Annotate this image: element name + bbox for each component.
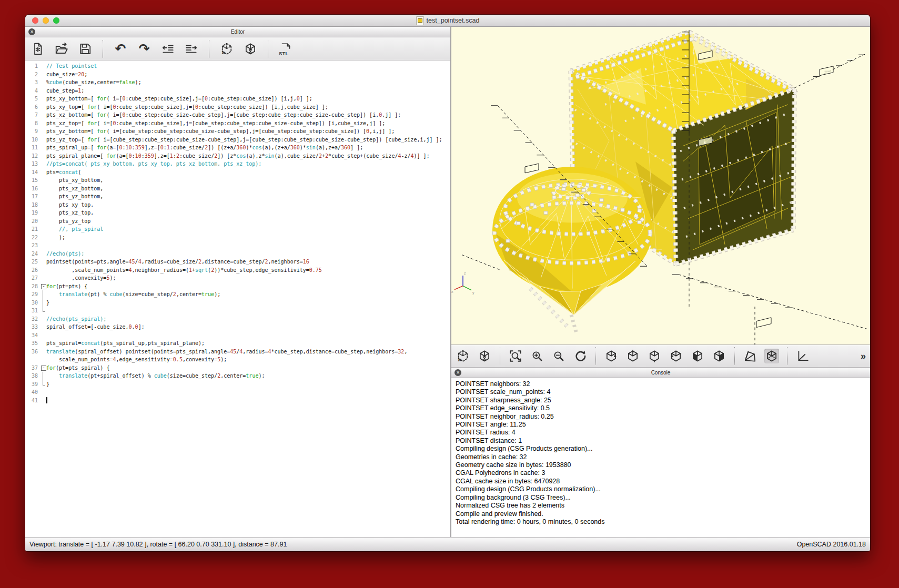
- text-cursor: [46, 397, 47, 403]
- code-line: scale_num_points=4,edge_sensitivity=0.5,…: [25, 356, 450, 364]
- zoom-window-button[interactable]: [53, 17, 59, 24]
- redo-icon: ↷: [139, 42, 150, 55]
- toolbar-overflow-chevron[interactable]: »: [861, 351, 866, 362]
- view-bottom-button[interactable]: [647, 349, 662, 363]
- zoom-all-button[interactable]: [508, 349, 523, 363]
- document-icon: [416, 16, 424, 25]
- console-line: CGAL Polyhedrons in cache: 3: [456, 469, 870, 477]
- zoom-all-icon: [509, 349, 522, 363]
- code-line: 33spiral_offset=[-cube_size,0,0];: [25, 323, 450, 331]
- close-window-button[interactable]: [32, 17, 38, 24]
- viewport-status-text: Viewport: translate = [ -1.17 7.39 10.82…: [29, 541, 287, 548]
- code-line: 23: [25, 241, 450, 250]
- view-right-icon: [604, 349, 618, 363]
- minimize-window-button[interactable]: [43, 17, 49, 24]
- version-text: OpenSCAD 2016.01.18: [797, 541, 866, 548]
- save-button[interactable]: [78, 42, 93, 56]
- console-line: POINTSET edge_sensitivity: 0.5: [456, 404, 870, 412]
- code-line: 31: [25, 307, 450, 315]
- traffic-lights: [32, 17, 59, 24]
- view-right-button[interactable]: [604, 349, 619, 363]
- code-line: 15 pts_xy_bottom,: [25, 176, 450, 185]
- preview-button[interactable]: [219, 42, 234, 56]
- console-line: Total rendering time: 0 hours, 0 minutes…: [456, 518, 870, 526]
- new-file-button[interactable]: [31, 42, 45, 56]
- code-line: 10pts_yz_top=[ for( i=[cube_step:cube_st…: [25, 136, 450, 144]
- code-line: 37-for(pt=pts_spiral) {: [25, 364, 450, 372]
- export-stl-button[interactable]: STL: [278, 42, 293, 56]
- view-back-button[interactable]: [712, 349, 726, 363]
- console-line: Geometries in cache: 32: [456, 453, 870, 461]
- zoom-in-button[interactable]: [530, 349, 544, 363]
- code-line: 27 ,convexity=5);: [25, 274, 450, 282]
- toolbar-separator: [595, 347, 596, 365]
- show-axes-icon: [796, 349, 810, 363]
- code-line: 8pts_xz_top=[ for( i=[0:cube_step:cube_s…: [25, 119, 450, 128]
- code-line: 28-for(pt=pts) {: [25, 282, 450, 291]
- code-line: 24//echo(pts);: [25, 250, 450, 258]
- window-title-group: test_pointset.scad: [416, 16, 480, 25]
- openscad-window: test_pointset.scad ✕ Editor ↶ ↷: [25, 15, 870, 551]
- view-left-icon: [669, 349, 683, 363]
- console-line: Normalized CSG tree has 2 elements: [456, 502, 870, 510]
- preview-icon: [456, 349, 470, 363]
- preview-icon: [220, 42, 234, 56]
- console-panel-header: ✕ Console: [451, 368, 870, 378]
- code-line: 4cube_step=1;: [25, 87, 450, 95]
- 3d-viewport[interactable]: z x y: [451, 27, 870, 344]
- code-line: 39}: [25, 380, 450, 389]
- code-line: 25pointset(points=pts,angle=45/4,radius=…: [25, 258, 450, 266]
- undo-button[interactable]: ↶: [113, 42, 128, 56]
- fold-marker[interactable]: -: [41, 366, 46, 371]
- zoom-out-button[interactable]: [551, 349, 566, 363]
- editor-panel-header: ✕ Editor: [25, 27, 450, 37]
- console-line: POINTSET radius: 4: [456, 429, 870, 437]
- console-line: POINTSET scale_num_points: 4: [456, 388, 870, 396]
- view-top-button[interactable]: [625, 349, 640, 363]
- code-line: 2cube_size=20;: [25, 70, 450, 79]
- console-line: POINTSET neighbor_radius: 0.25: [456, 413, 870, 421]
- redo-button[interactable]: ↷: [137, 42, 151, 56]
- view-left-button[interactable]: [669, 349, 683, 363]
- axis-gizmo: z x y: [451, 271, 474, 295]
- code-line: 41: [25, 397, 450, 405]
- toolbar-separator: [787, 347, 787, 365]
- close-editor-panel-button[interactable]: ✕: [28, 28, 35, 35]
- view-back-icon: [712, 349, 726, 363]
- view-top-icon: [626, 349, 640, 363]
- toolbar-separator: [734, 347, 735, 365]
- code-line: 1// Test pointset: [25, 62, 450, 70]
- desktop: { "window": { "title": "test_pointset.sc…: [0, 0, 899, 588]
- code-line: 26 ,scale_num_points=4,neighbor_radius=(…: [25, 266, 450, 275]
- render-button[interactable]: [243, 42, 258, 56]
- code-line: 20 pts_yz_top: [25, 217, 450, 226]
- reset-view-button[interactable]: [573, 349, 588, 363]
- perspective-view-button[interactable]: [743, 349, 757, 363]
- orthogonal-view-button[interactable]: [764, 349, 779, 363]
- code-line: 40: [25, 388, 450, 397]
- code-line: 22 );: [25, 234, 450, 242]
- indent-button[interactable]: [184, 42, 199, 56]
- code-editor[interactable]: 1// Test pointset2cube_size=20;3%cube(cu…: [25, 60, 450, 537]
- orthogonal-icon: [765, 349, 779, 363]
- console-line: Geometry cache size in bytes: 1953880: [456, 461, 870, 469]
- code-line: 16 pts_xz_bottom,: [25, 185, 450, 193]
- code-line: 21 //, pts_spiral: [25, 225, 450, 234]
- close-console-panel-button[interactable]: ✕: [454, 369, 461, 376]
- code-line: 36translate(spiral_offset) pointset(poin…: [25, 348, 450, 356]
- code-line: 19 pts_xz_top,: [25, 209, 450, 217]
- 3d-scene: z x y: [451, 27, 870, 344]
- fold-marker[interactable]: -: [41, 284, 46, 289]
- title-bar[interactable]: test_pointset.scad: [25, 15, 870, 27]
- render-button[interactable]: [477, 349, 492, 363]
- render-icon: [478, 349, 491, 363]
- unindent-button[interactable]: [160, 42, 175, 56]
- show-axes-button[interactable]: [795, 349, 810, 363]
- open-file-button[interactable]: [54, 42, 69, 56]
- unindent-icon: [161, 42, 175, 56]
- preview-button[interactable]: [456, 349, 470, 363]
- view-front-button[interactable]: [690, 349, 705, 363]
- status-bar: Viewport: translate = [ -1.17 7.39 10.82…: [25, 537, 870, 551]
- 3d-model-dome: [492, 167, 652, 333]
- code-line: 34: [25, 331, 450, 340]
